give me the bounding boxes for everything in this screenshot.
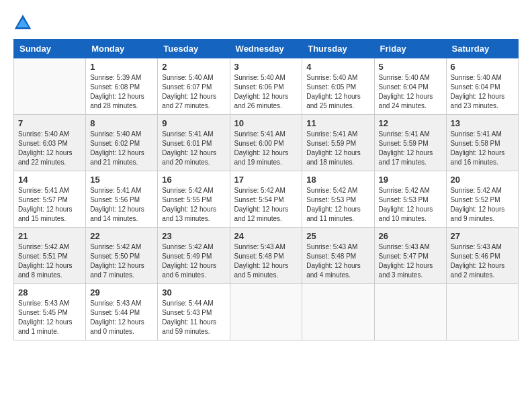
calendar-cell: 16Sunrise: 5:42 AMSunset: 5:55 PMDayligh… <box>158 171 230 228</box>
day-info: Sunrise: 5:43 AMSunset: 5:48 PMDaylight:… <box>234 242 298 280</box>
day-number: 3 <box>234 62 298 72</box>
calendar-cell: 12Sunrise: 5:41 AMSunset: 5:59 PMDayligh… <box>374 115 446 171</box>
day-number: 14 <box>18 175 81 185</box>
calendar-cell: 1Sunrise: 5:39 AMSunset: 6:08 PMDaylight… <box>86 58 158 115</box>
calendar-cell: 7Sunrise: 5:40 AMSunset: 6:03 PMDaylight… <box>14 115 86 171</box>
day-info: Sunrise: 5:42 AMSunset: 5:52 PMDaylight:… <box>451 186 514 224</box>
day-number: 24 <box>234 231 298 241</box>
weekday-header-saturday: Saturday <box>446 40 518 58</box>
calendar-cell: 13Sunrise: 5:41 AMSunset: 5:58 PMDayligh… <box>446 115 518 171</box>
day-number: 29 <box>90 287 153 298</box>
day-number: 21 <box>18 231 81 241</box>
day-number: 1 <box>90 62 153 72</box>
day-info: Sunrise: 5:44 AMSunset: 5:43 PMDaylight:… <box>162 299 225 336</box>
calendar-cell: 21Sunrise: 5:42 AMSunset: 5:51 PMDayligh… <box>14 228 86 284</box>
day-info: Sunrise: 5:43 AMSunset: 5:45 PMDaylight:… <box>18 299 81 336</box>
page-header <box>13 13 519 32</box>
day-info: Sunrise: 5:43 AMSunset: 5:48 PMDaylight:… <box>306 242 369 280</box>
day-info: Sunrise: 5:41 AMSunset: 5:59 PMDaylight:… <box>306 130 369 167</box>
calendar-cell: 8Sunrise: 5:40 AMSunset: 6:02 PMDaylight… <box>86 115 158 171</box>
day-info: Sunrise: 5:41 AMSunset: 6:00 PMDaylight:… <box>234 130 298 167</box>
calendar-cell: 4Sunrise: 5:40 AMSunset: 6:05 PMDaylight… <box>302 58 374 115</box>
day-number: 17 <box>234 175 298 185</box>
weekday-header-wednesday: Wednesday <box>230 40 302 58</box>
day-info: Sunrise: 5:42 AMSunset: 5:50 PMDaylight:… <box>90 242 153 280</box>
calendar-cell: 9Sunrise: 5:41 AMSunset: 6:01 PMDaylight… <box>158 115 230 171</box>
day-number: 18 <box>306 175 369 185</box>
day-info: Sunrise: 5:42 AMSunset: 5:49 PMDaylight:… <box>162 242 225 280</box>
calendar-week-row: 1Sunrise: 5:39 AMSunset: 6:08 PMDaylight… <box>14 58 519 115</box>
calendar-cell: 25Sunrise: 5:43 AMSunset: 5:48 PMDayligh… <box>302 228 374 284</box>
day-number: 22 <box>90 231 153 241</box>
calendar-cell: 17Sunrise: 5:42 AMSunset: 5:54 PMDayligh… <box>230 171 302 228</box>
calendar-cell: 3Sunrise: 5:40 AMSunset: 6:06 PMDaylight… <box>230 58 302 115</box>
calendar-week-row: 14Sunrise: 5:41 AMSunset: 5:57 PMDayligh… <box>14 171 519 228</box>
day-number: 2 <box>162 62 225 72</box>
calendar-cell: 22Sunrise: 5:42 AMSunset: 5:50 PMDayligh… <box>86 228 158 284</box>
calendar-cell: 23Sunrise: 5:42 AMSunset: 5:49 PMDayligh… <box>158 228 230 284</box>
day-number: 4 <box>306 62 369 72</box>
day-info: Sunrise: 5:40 AMSunset: 6:03 PMDaylight:… <box>18 130 81 167</box>
calendar-cell: 15Sunrise: 5:41 AMSunset: 5:56 PMDayligh… <box>86 171 158 228</box>
day-info: Sunrise: 5:42 AMSunset: 5:51 PMDaylight:… <box>18 242 81 280</box>
calendar-cell: 5Sunrise: 5:40 AMSunset: 6:04 PMDaylight… <box>374 58 446 115</box>
calendar-cell <box>374 284 446 340</box>
day-info: Sunrise: 5:41 AMSunset: 5:59 PMDaylight:… <box>379 130 442 167</box>
day-info: Sunrise: 5:41 AMSunset: 6:01 PMDaylight:… <box>162 130 225 167</box>
day-info: Sunrise: 5:39 AMSunset: 6:08 PMDaylight:… <box>90 73 153 111</box>
day-info: Sunrise: 5:40 AMSunset: 6:04 PMDaylight:… <box>451 73 514 111</box>
calendar-cell: 11Sunrise: 5:41 AMSunset: 5:59 PMDayligh… <box>302 115 374 171</box>
calendar-cell <box>14 58 86 115</box>
calendar-cell: 20Sunrise: 5:42 AMSunset: 5:52 PMDayligh… <box>446 171 518 228</box>
logo-icon <box>13 13 32 32</box>
calendar-week-row: 7Sunrise: 5:40 AMSunset: 6:03 PMDaylight… <box>14 115 519 171</box>
calendar-cell: 24Sunrise: 5:43 AMSunset: 5:48 PMDayligh… <box>230 228 302 284</box>
day-number: 13 <box>451 118 514 128</box>
calendar-cell: 30Sunrise: 5:44 AMSunset: 5:43 PMDayligh… <box>158 284 230 340</box>
calendar-cell <box>446 284 518 340</box>
calendar-cell: 10Sunrise: 5:41 AMSunset: 6:00 PMDayligh… <box>230 115 302 171</box>
calendar-cell <box>302 284 374 340</box>
day-number: 15 <box>90 175 153 185</box>
day-info: Sunrise: 5:40 AMSunset: 6:02 PMDaylight:… <box>90 130 153 167</box>
day-number: 12 <box>379 118 442 128</box>
calendar-table: SundayMondayTuesdayWednesdayThursdayFrid… <box>13 39 519 340</box>
day-number: 20 <box>451 175 514 185</box>
day-info: Sunrise: 5:40 AMSunset: 6:06 PMDaylight:… <box>234 73 298 111</box>
day-info: Sunrise: 5:42 AMSunset: 5:54 PMDaylight:… <box>234 186 298 224</box>
day-number: 5 <box>379 62 442 72</box>
calendar-cell: 27Sunrise: 5:43 AMSunset: 5:46 PMDayligh… <box>446 228 518 284</box>
weekday-header-sunday: Sunday <box>14 40 86 58</box>
day-info: Sunrise: 5:43 AMSunset: 5:44 PMDaylight:… <box>90 299 153 336</box>
weekday-header-tuesday: Tuesday <box>158 40 230 58</box>
day-info: Sunrise: 5:40 AMSunset: 6:05 PMDaylight:… <box>306 73 369 111</box>
day-number: 10 <box>234 118 298 128</box>
logo <box>13 13 35 32</box>
day-info: Sunrise: 5:40 AMSunset: 6:07 PMDaylight:… <box>162 73 225 111</box>
calendar-cell: 2Sunrise: 5:40 AMSunset: 6:07 PMDaylight… <box>158 58 230 115</box>
day-number: 23 <box>162 231 225 241</box>
day-info: Sunrise: 5:42 AMSunset: 5:53 PMDaylight:… <box>379 186 442 224</box>
calendar-week-row: 28Sunrise: 5:43 AMSunset: 5:45 PMDayligh… <box>14 284 519 340</box>
calendar-cell: 19Sunrise: 5:42 AMSunset: 5:53 PMDayligh… <box>374 171 446 228</box>
day-number: 25 <box>306 231 369 241</box>
calendar-cell: 18Sunrise: 5:42 AMSunset: 5:53 PMDayligh… <box>302 171 374 228</box>
day-number: 19 <box>379 175 442 185</box>
calendar-cell <box>230 284 302 340</box>
weekday-header-monday: Monday <box>86 40 158 58</box>
calendar-cell: 29Sunrise: 5:43 AMSunset: 5:44 PMDayligh… <box>86 284 158 340</box>
day-number: 8 <box>90 118 153 128</box>
day-info: Sunrise: 5:43 AMSunset: 5:46 PMDaylight:… <box>451 242 514 280</box>
calendar-header-row: SundayMondayTuesdayWednesdayThursdayFrid… <box>14 40 519 58</box>
day-info: Sunrise: 5:43 AMSunset: 5:47 PMDaylight:… <box>379 242 442 280</box>
day-number: 9 <box>162 118 225 128</box>
weekday-header-thursday: Thursday <box>302 40 374 58</box>
day-info: Sunrise: 5:41 AMSunset: 5:58 PMDaylight:… <box>451 130 514 167</box>
day-number: 16 <box>162 175 225 185</box>
calendar-cell: 14Sunrise: 5:41 AMSunset: 5:57 PMDayligh… <box>14 171 86 228</box>
day-number: 6 <box>451 62 514 72</box>
day-info: Sunrise: 5:42 AMSunset: 5:53 PMDaylight:… <box>306 186 369 224</box>
calendar-cell: 28Sunrise: 5:43 AMSunset: 5:45 PMDayligh… <box>14 284 86 340</box>
calendar-cell: 6Sunrise: 5:40 AMSunset: 6:04 PMDaylight… <box>446 58 518 115</box>
day-number: 30 <box>162 287 225 298</box>
